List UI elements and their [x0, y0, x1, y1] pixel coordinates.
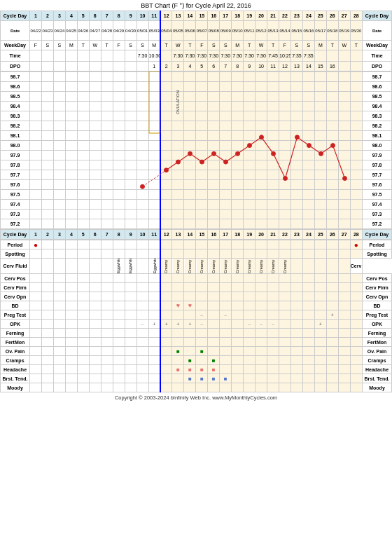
- temp-label-98.4: 98.4: [1, 102, 30, 111]
- headache-label-right: Headache: [363, 365, 392, 374]
- temp-row-97.3: 97.397.3: [1, 210, 392, 219]
- cerv-pos-label-right: Cerv Pos: [363, 274, 392, 283]
- cycle-day-header-row: Cycle Day 123 456 789 1011 1213 1415 161…: [1, 11, 392, 21]
- chart-title: BBT Chart (F °) for Cycle April 22, 2016: [0, 0, 392, 11]
- ferning-label-right: Ferning: [363, 329, 392, 338]
- temp-label-right-98.2: 98.2: [363, 121, 392, 131]
- temp-row-98.4: 98.498.4: [1, 102, 392, 111]
- ov-pain-sq-15: ■: [200, 348, 204, 355]
- temp-label-right-97.2: 97.2: [363, 219, 392, 229]
- moody-row: Moody Moody: [1, 383, 392, 392]
- cerv-fluid-label-right: Cerv Fluid: [350, 259, 362, 274]
- temp-label-97.6: 97.6: [1, 180, 30, 190]
- temp-label-right-98.6: 98.6: [363, 82, 392, 92]
- headache-sq-16: ■: [212, 367, 216, 373]
- temp-label-right-98.7: 98.7: [363, 72, 392, 82]
- brst-tend-label-right: Brst. Tend.: [363, 374, 392, 383]
- bd-heart-2: ♥: [188, 302, 192, 309]
- time-label: Time: [1, 50, 30, 62]
- moody-label-right: Moody: [363, 383, 392, 392]
- spotting-label-right: Spotting: [363, 249, 392, 259]
- preg-test-label-right: Preg Test: [363, 310, 392, 320]
- time-label-right: Time: [363, 50, 392, 62]
- cerv-fluid-row: Cerv Fluid Eggwhite Eggwhite Eggwhite Cr…: [1, 259, 392, 274]
- temp-label-right-97.6: 97.6: [363, 180, 392, 190]
- temp-label-97.5: 97.5: [1, 190, 30, 200]
- temp-row-97.9: 97.997.9: [1, 151, 392, 160]
- weekday-label: WeekDay: [1, 41, 30, 50]
- headache-label: Headache: [1, 365, 30, 374]
- temp-row-98.2: 98.298.2: [1, 121, 392, 131]
- temp-row-98.1: 98.198.1: [1, 131, 392, 141]
- moody-label: Moody: [1, 383, 30, 392]
- copyright-text: Copyright © 2003-2024 bInfinity Web Inc.…: [0, 392, 392, 403]
- symptom-table: Period ●: [0, 240, 392, 392]
- temp-label-right-97.8: 97.8: [363, 160, 392, 170]
- bottom-cycle-day-table: Cycle Day 123 456 789 10 11 12 13 14 15 …: [0, 229, 392, 240]
- temp-label-97.8: 97.8: [1, 160, 30, 170]
- temp-label-right-97.3: 97.3: [363, 210, 392, 219]
- chart-container: BBT Chart (F °) for Cycle April 22, 2016…: [0, 0, 392, 403]
- temp-label-97.3: 97.3: [1, 210, 30, 219]
- temp-row-98.7: 98.798.7: [1, 72, 392, 82]
- cramps-sq-16: ■: [212, 357, 216, 364]
- cerv-firm-label-right: Cerv Firm: [363, 283, 392, 292]
- weekday-row: WeekDay FSS MTW TFS S M T W T F S S M T …: [1, 41, 392, 50]
- period-label-right: Period: [363, 240, 392, 249]
- temp-label-right-97.5: 97.5: [363, 190, 392, 200]
- spotting-label: Spotting: [1, 249, 30, 259]
- preg-test-row: Preg Test – – +: [1, 310, 392, 320]
- bd-label-right: BD: [363, 301, 392, 310]
- temp-row-98: 98.098.0: [1, 141, 392, 151]
- temp-row-97.6: 97.697.6: [1, 180, 392, 190]
- temp-chart-wrapper: 98.798.798.698.698.598.598.498.498.398.3…: [0, 71, 392, 229]
- temp-label-right-98.5: 98.5: [363, 92, 392, 102]
- bd-heart-1: ♥: [176, 302, 180, 309]
- bbt-table: Cycle Day 123 456 789 1011 1213 1415 161…: [0, 11, 392, 71]
- cycle-day-label: Cycle Day: [1, 11, 30, 21]
- headache-row: Headache ■ ■ ■ ■: [1, 365, 392, 374]
- cerv-pos-row: Cerv Pos Cerv Pos: [1, 274, 392, 283]
- temp-row-97.4: 97.497.4: [1, 200, 392, 210]
- temp-label-98.6: 98.6: [1, 82, 30, 92]
- opk-label: OPK: [1, 320, 30, 329]
- temp-row-98.6: 98.698.6: [1, 82, 392, 92]
- chart-area: Cycle Day 123 456 789 1011 1213 1415 161…: [0, 11, 392, 392]
- date-row: Date 04/22 04/23 04/24 04/25 04/26 04/27…: [1, 21, 392, 41]
- headache-sq-13: ■: [176, 367, 180, 373]
- temp-label-right-97.7: 97.7: [363, 170, 392, 180]
- bottom-cycle-day-label: Cycle Day: [1, 230, 30, 240]
- temp-label-right-98.1: 98.1: [363, 131, 392, 141]
- temp-label-98.7: 98.7: [1, 72, 30, 82]
- temp-row-97.8: 97.897.8: [1, 160, 392, 170]
- bd-label: BD: [1, 301, 30, 310]
- brst-sq-15: ■: [200, 376, 204, 382]
- temp-row-97.2: 97.297.2: [1, 219, 392, 229]
- cycle-day-label-right: Cycle Day: [363, 11, 392, 21]
- bd-row: BD ♥ ♥: [1, 301, 392, 310]
- temp-label-97.4: 97.4: [1, 200, 30, 210]
- cerv-fluid-label: Cerv Fluid: [1, 259, 30, 274]
- cerv-opn-label-right: Cerv Opn: [363, 292, 392, 301]
- temp-label-97.2: 97.2: [1, 219, 30, 229]
- temp-label-97.7: 97.7: [1, 170, 30, 180]
- dpo-label: DPO: [1, 62, 30, 71]
- cerv-firm-label: Cerv Firm: [1, 283, 30, 292]
- brst-sq-17: ■: [224, 376, 227, 382]
- temp-row-97.7: 97.797.7: [1, 170, 392, 180]
- temp-label-98.3: 98.3: [1, 111, 30, 121]
- temp-row-97.5: 97.597.5: [1, 190, 392, 200]
- ov-pain-label-right: Ov. Pain: [363, 347, 392, 356]
- cramps-sq-14: ■: [188, 357, 192, 364]
- date-label-right: Date: [363, 21, 392, 41]
- headache-sq-14: ■: [188, 367, 192, 373]
- bottom-cycle-day-label-right: Cycle Day: [363, 230, 392, 240]
- cramps-label: Cramps: [1, 356, 30, 365]
- ferning-label: Ferning: [1, 329, 30, 338]
- cramps-row: Cramps ■ ■: [1, 356, 392, 365]
- ov-pain-row: Ov. Pain ■ ■: [1, 347, 392, 356]
- headache-sq-15: ■: [200, 367, 204, 373]
- opk-label-right: OPK: [363, 320, 392, 329]
- ov-pain-label: Ov. Pain: [1, 347, 30, 356]
- period-dot-1: ●: [34, 241, 38, 249]
